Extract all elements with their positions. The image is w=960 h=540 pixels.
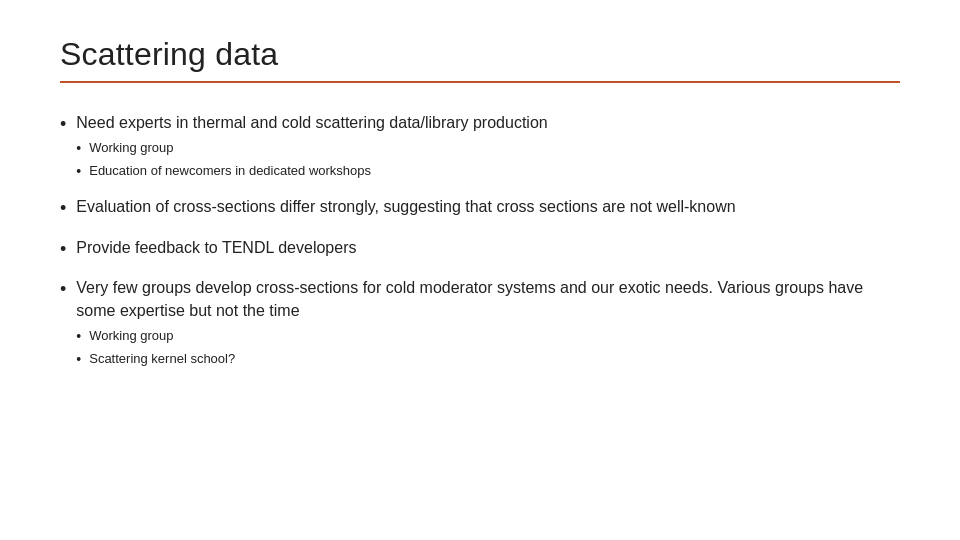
bullet-dot-4: • xyxy=(60,277,66,302)
bullet-content-2: Evaluation of cross-sections differ stro… xyxy=(76,195,735,218)
bullet-text-3: Provide feedback to TENDL developers xyxy=(76,239,356,256)
slide-title: Scattering data xyxy=(60,36,900,73)
sub-bullet-dot-4a: • xyxy=(76,327,81,347)
sub-bullet-item-1a: • Working group xyxy=(76,139,547,159)
bullet-item-3: • Provide feedback to TENDL developers xyxy=(60,236,900,262)
bullet-dot-3: • xyxy=(60,237,66,262)
bullet-content-4: Very few groups develop cross-sections f… xyxy=(76,276,900,370)
bullet-item-1: • Need experts in thermal and cold scatt… xyxy=(60,111,900,181)
sub-bullet-text-4a: Working group xyxy=(89,327,173,345)
bullet-content-3: Provide feedback to TENDL developers xyxy=(76,236,356,259)
sub-bullet-dot-4b: • xyxy=(76,350,81,370)
sub-bullet-text-1a: Working group xyxy=(89,139,173,157)
bullet-text-4: Very few groups develop cross-sections f… xyxy=(76,279,863,319)
sub-bullet-item-4a: • Working group xyxy=(76,327,900,347)
sub-bullet-dot-1b: • xyxy=(76,162,81,182)
sub-bullet-text-4b: Scattering kernel school? xyxy=(89,350,235,368)
sub-bullet-item-4b: • Scattering kernel school? xyxy=(76,350,900,370)
bullet-text-2: Evaluation of cross-sections differ stro… xyxy=(76,198,735,215)
content-area: • Need experts in thermal and cold scatt… xyxy=(60,111,900,369)
title-divider xyxy=(60,81,900,83)
bullet-content-1: Need experts in thermal and cold scatter… xyxy=(76,111,547,181)
sub-bullet-item-1b: • Education of newcomers in dedicated wo… xyxy=(76,162,547,182)
bullet-dot-1: • xyxy=(60,112,66,137)
sub-bullets-4: • Working group • Scattering kernel scho… xyxy=(76,327,900,369)
sub-bullet-dot-1a: • xyxy=(76,139,81,159)
bullet-text-1: Need experts in thermal and cold scatter… xyxy=(76,114,547,131)
title-section: Scattering data xyxy=(60,36,900,101)
bullet-item-4: • Very few groups develop cross-sections… xyxy=(60,276,900,370)
slide: Scattering data • Need experts in therma… xyxy=(0,0,960,540)
bullet-dot-2: • xyxy=(60,196,66,221)
bullet-item-2: • Evaluation of cross-sections differ st… xyxy=(60,195,900,221)
sub-bullets-1: • Working group • Education of newcomers… xyxy=(76,139,547,181)
sub-bullet-text-1b: Education of newcomers in dedicated work… xyxy=(89,162,371,180)
